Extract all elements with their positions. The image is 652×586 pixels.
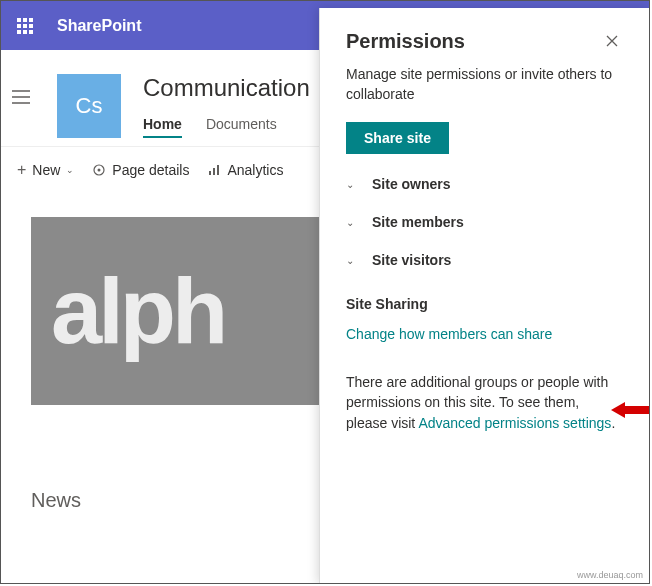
gear-icon: [92, 163, 106, 177]
site-owners-label: Site owners: [372, 176, 451, 192]
site-title: Communication: [143, 74, 310, 102]
panel-title: Permissions: [346, 30, 465, 53]
chevron-down-icon: ⌄: [66, 165, 74, 175]
menu-button[interactable]: [1, 70, 41, 104]
site-visitors-row[interactable]: ⌄ Site visitors: [346, 252, 623, 268]
svg-rect-2: [209, 171, 211, 175]
change-sharing-link[interactable]: Change how members can share: [346, 326, 623, 342]
svg-rect-4: [217, 165, 219, 175]
app-launcher-button[interactable]: [1, 1, 49, 50]
analytics-label: Analytics: [227, 162, 283, 178]
site-members-row[interactable]: ⌄ Site members: [346, 214, 623, 230]
close-button[interactable]: [601, 30, 623, 55]
new-label: New: [32, 162, 60, 178]
page-details-label: Page details: [112, 162, 189, 178]
svg-point-1: [98, 169, 101, 172]
chevron-down-icon: ⌄: [346, 255, 358, 266]
close-icon: [605, 34, 619, 48]
advanced-permissions-link[interactable]: Advanced permissions settings: [418, 415, 611, 431]
site-sharing-heading: Site Sharing: [346, 296, 623, 312]
permissions-panel: Permissions Manage site permissions or i…: [319, 8, 649, 584]
site-visitors-label: Site visitors: [372, 252, 451, 268]
chart-icon: [207, 163, 221, 177]
waffle-icon: [17, 18, 33, 34]
callout-arrow: [611, 400, 650, 424]
share-site-button[interactable]: Share site: [346, 122, 449, 154]
tab-home[interactable]: Home: [143, 116, 182, 138]
page-details-button[interactable]: Page details: [86, 158, 195, 182]
new-button[interactable]: + New ⌄: [11, 157, 80, 183]
analytics-button[interactable]: Analytics: [201, 158, 289, 182]
panel-subtitle: Manage site permissions or invite others…: [346, 65, 623, 104]
arrow-left-icon: [611, 400, 650, 420]
svg-rect-3: [213, 168, 215, 175]
banner-text: alph: [51, 259, 224, 364]
advanced-text: There are additional groups or people wi…: [346, 372, 623, 433]
site-members-label: Site members: [372, 214, 464, 230]
chevron-down-icon: ⌄: [346, 179, 358, 190]
site-tabs: Home Documents: [143, 116, 310, 146]
plus-icon: +: [17, 161, 26, 179]
site-logo[interactable]: Cs: [57, 74, 121, 138]
svg-marker-5: [611, 402, 650, 418]
watermark: www.deuaq.com: [577, 570, 643, 580]
tab-documents[interactable]: Documents: [206, 116, 277, 138]
hamburger-icon: [12, 90, 30, 104]
app-brand: SharePoint: [57, 17, 141, 35]
site-owners-row[interactable]: ⌄ Site owners: [346, 176, 623, 192]
chevron-down-icon: ⌄: [346, 217, 358, 228]
